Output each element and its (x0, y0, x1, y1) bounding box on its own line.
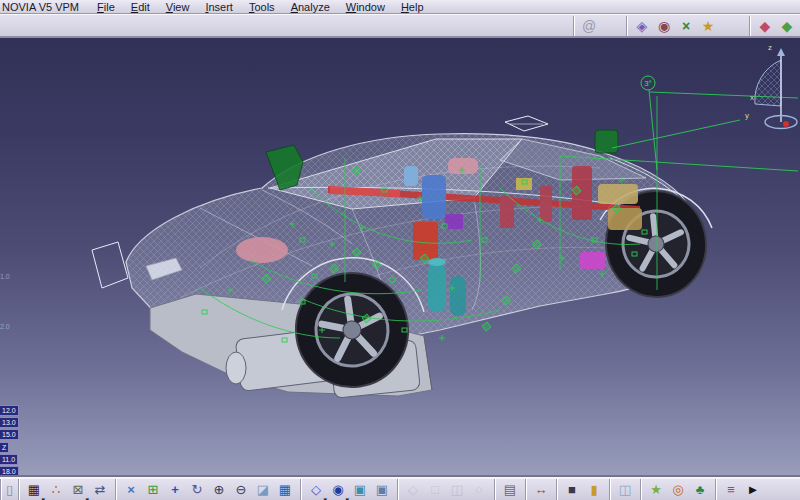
pan-icon[interactable]: + (164, 480, 186, 500)
top-toolbar: @◈◉×★◆◆ (0, 14, 800, 38)
compass-x-label[interactable]: x (750, 93, 754, 102)
compass-z-arrow (777, 48, 785, 56)
toolbar-group: ↔ (525, 479, 556, 500)
wizard-icon[interactable]: ★ (645, 480, 667, 500)
screen-full-icon[interactable]: ▣ (371, 480, 393, 500)
toolbar-group: ★◎♣ (640, 479, 715, 500)
menu-view[interactable]: View (158, 1, 198, 13)
toolbar-group: ≡► (715, 479, 768, 500)
menu-window[interactable]: Window (338, 1, 393, 13)
distance-band-icon[interactable]: ◫ (446, 480, 468, 500)
menu-analyze[interactable]: Analyze (283, 1, 338, 13)
toolbar-overflow-icon[interactable]: ► (742, 480, 764, 500)
rules-icon[interactable]: ♣ (689, 480, 711, 500)
fit-all-in-icon[interactable]: ⊞ (142, 480, 164, 500)
sketch-tracer-icon[interactable]: ◫ (614, 480, 636, 500)
seat-blue (422, 175, 446, 219)
toolbar-group: ◈◉×★ (626, 16, 723, 36)
iso-view-icon[interactable]: ◇▾ (305, 480, 327, 500)
menu-bar: NOVIA V5 VPM FileEditViewInsertToolsAnal… (0, 0, 800, 14)
tree-node-label-selected[interactable]: Z (0, 442, 9, 453)
part-pink-front (236, 237, 288, 263)
fitting-simulation-icon[interactable]: × (675, 16, 697, 36)
render-style-icon[interactable]: ◉▾ (327, 480, 349, 500)
catalog-browser-icon[interactable]: ◆ (776, 16, 798, 36)
compass-free-rotation-handle[interactable] (783, 121, 789, 127)
calculator-icon[interactable]: ▦▾ (23, 480, 45, 500)
toolbar-group: ■▮ (556, 479, 609, 500)
enhanced-scene-icon[interactable]: ★ (697, 16, 719, 36)
knowledge-inspector-icon[interactable]: ◎ (667, 480, 689, 500)
part-tan-a (598, 184, 638, 204)
multi-view-icon[interactable]: ▦ (274, 480, 296, 500)
compass-z-label[interactable]: z (768, 43, 772, 52)
headrest-blue (404, 166, 418, 186)
export-icon[interactable]: ⇄ (89, 480, 111, 500)
catia-application-window: NOVIA V5 VPM FileEditViewInsertToolsAnal… (0, 0, 800, 500)
section-tool-icon[interactable]: □ (424, 480, 446, 500)
toolbar-group: ◆◆ (749, 16, 800, 36)
duct-teal-b (450, 276, 466, 316)
normal-view-icon[interactable]: ◪ (252, 480, 274, 500)
compass[interactable]: z x y (745, 43, 797, 129)
screen-split-icon[interactable]: ▣ (349, 480, 371, 500)
menu-file[interactable]: File (89, 1, 123, 13)
zoom-in-icon[interactable]: ⊕ (208, 480, 230, 500)
zoom-out-icon[interactable]: ⊖ (230, 480, 252, 500)
clash-analysis-icon[interactable]: ◇ (402, 480, 424, 500)
toolbar-group: ▦▾∴⊠▾⇄ (18, 479, 115, 500)
macro-icon[interactable]: ■ (561, 480, 583, 500)
tree-node-label-selected[interactable]: 12.0 (0, 405, 19, 416)
3d-viewport[interactable]: 3° z x y 1.02.012.013.015.0Z11.018.0 (0, 38, 800, 477)
compass-y-label[interactable]: y (745, 111, 749, 120)
bottom-toolbar: ▯▦▾∴⊠▾⇄×⊞+↻⊕⊖◪▦◇▾◉▾▣▣◇□◫○▤↔■▮◫★◎♣≡► (0, 477, 800, 500)
menu-items: FileEditViewInsertToolsAnalyzeWindowHelp (89, 1, 432, 13)
part-pink-top (448, 158, 478, 174)
mechanism-icon[interactable]: ◉ (653, 16, 675, 36)
fly-mode-icon[interactable]: × (120, 480, 142, 500)
tree-node-label-selected[interactable]: 11.0 (0, 454, 18, 465)
menu-insert[interactable]: Insert (197, 1, 241, 13)
toolbar-group: @ (573, 16, 604, 36)
tree-node-label-selected[interactable]: 13.0 (0, 417, 19, 428)
part-magenta (580, 252, 605, 269)
swap-visible-space-icon[interactable]: ↔ (530, 480, 552, 500)
part-tan-b (608, 208, 642, 230)
print-device-icon[interactable]: ▤ (499, 480, 521, 500)
toolbar-group: ◫ (609, 479, 640, 500)
tree-node-label[interactable]: 1.0 (0, 272, 10, 281)
car-model[interactable]: 3° (126, 76, 798, 398)
duct-teal-a (428, 264, 446, 312)
menu-help[interactable]: Help (393, 1, 432, 13)
green-panel-rear (595, 130, 618, 153)
lock-icon[interactable]: ⊠▾ (67, 480, 89, 500)
toolbar-group: ◇▾◉▾▣▣ (300, 479, 397, 500)
3d-scene[interactable]: 3° z x y (0, 38, 800, 477)
clipped-edge-icon[interactable]: ▯ (5, 480, 14, 500)
frame-crimson-a (500, 196, 514, 228)
menu-tools[interactable]: Tools (241, 1, 283, 13)
product-structure-icon[interactable]: ∴ (45, 480, 67, 500)
toolbar-group: ◇□◫○ (397, 479, 494, 500)
powercopy-swirl-icon[interactable]: @ (578, 16, 600, 36)
toolbar-group: ▤ (494, 479, 525, 500)
material-can-icon[interactable]: ▮ (583, 480, 605, 500)
duct-teal-cap (428, 258, 446, 266)
annotation-tool-icon[interactable]: ○ (468, 480, 490, 500)
rotate-icon[interactable]: ↻ (186, 480, 208, 500)
application-title: NOVIA V5 VPM (0, 1, 89, 13)
save-state-icon[interactable]: ◆ (754, 16, 776, 36)
tree-node-label-selected[interactable]: 18.0 (0, 466, 19, 477)
simulation-icon[interactable]: ◈ (631, 16, 653, 36)
formula-list-icon[interactable]: ≡ (720, 480, 742, 500)
toolbar-group: ▯ (0, 479, 18, 500)
frame-crimson-b (540, 186, 552, 222)
tree-node-label[interactable]: 2.0 (0, 322, 10, 331)
tree-node-label-selected[interactable]: 15.0 (0, 429, 19, 440)
box-purple (445, 214, 463, 229)
menu-edit[interactable]: Edit (123, 1, 158, 13)
angle-annotation-label[interactable]: 3° (644, 79, 652, 88)
toolbar-group: ×⊞+↻⊕⊖◪▦ (115, 479, 300, 500)
